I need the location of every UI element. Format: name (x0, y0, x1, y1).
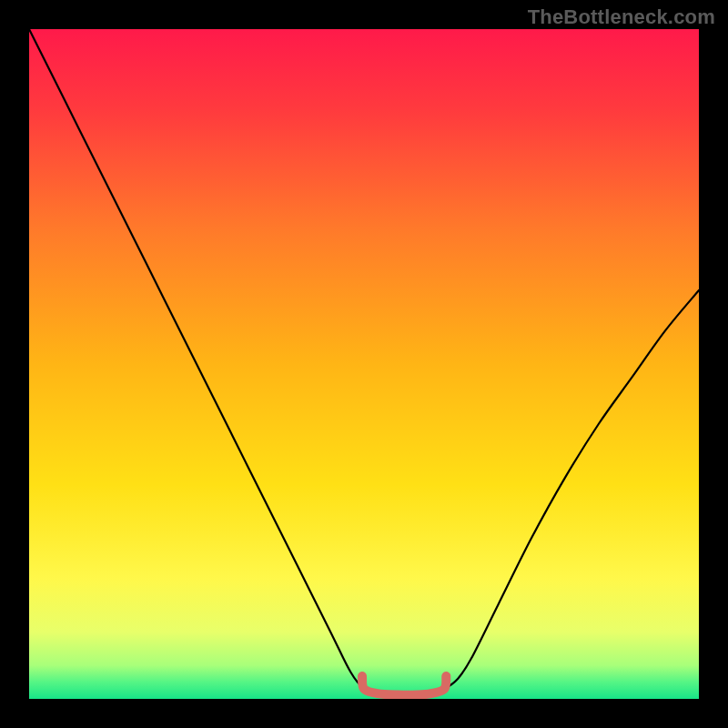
bottleneck-chart (29, 29, 699, 699)
watermark-text: TheBottleneck.com (528, 5, 715, 29)
gradient-background (29, 29, 699, 699)
chart-svg (29, 29, 699, 699)
